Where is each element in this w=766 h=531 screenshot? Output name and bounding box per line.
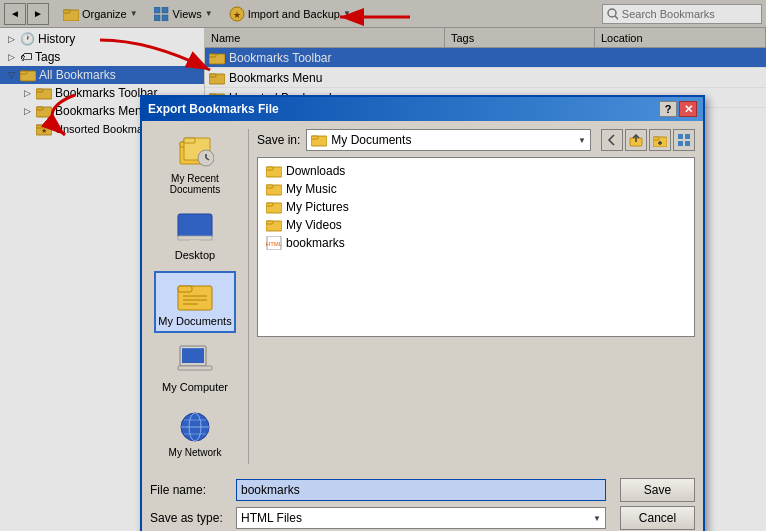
folder-icon: [311, 133, 327, 147]
new-folder-icon: [653, 133, 667, 147]
file-item-downloads[interactable]: Downloads: [262, 162, 690, 180]
svg-rect-55: [311, 136, 318, 139]
help-button[interactable]: ?: [659, 101, 677, 117]
cancel-button[interactable]: Cancel: [620, 506, 695, 530]
folder-downloads-icon: [266, 164, 282, 178]
svg-rect-72: [266, 221, 273, 224]
save-button[interactable]: Save: [620, 478, 695, 502]
shortcuts-separator: [248, 129, 249, 464]
dialog-controls: ? ✕: [659, 101, 697, 117]
folder-music-icon: [266, 182, 282, 196]
save-as-type-dropdown[interactable]: HTML Files ▼: [236, 507, 606, 529]
filename-label: File name:: [150, 483, 230, 497]
svg-rect-70: [266, 203, 273, 206]
back-mini-icon: [605, 133, 619, 147]
svg-rect-47: [178, 366, 212, 370]
desktop-icon: [175, 211, 215, 247]
dialog-title: Export Bookmarks File: [148, 102, 279, 116]
file-item-bookmarks[interactable]: HTML bookmarks: [262, 234, 690, 252]
savetype-row: Save as type: HTML Files ▼ Cancel: [150, 506, 695, 530]
views-mini-icon: [677, 133, 691, 147]
dialog-shortcuts: My RecentDocuments Desktop: [150, 129, 240, 464]
svg-rect-58: [653, 137, 659, 140]
html-file-icon: HTML: [266, 236, 282, 250]
filename-input[interactable]: [236, 479, 606, 501]
savetype-dropdown-arrow: ▼: [593, 514, 601, 523]
file-item-my-music[interactable]: My Music: [262, 180, 690, 198]
my-computer-label: My Computer: [162, 381, 228, 393]
shortcut-recent-docs[interactable]: My RecentDocuments: [154, 129, 236, 201]
save-in-arrow: ▼: [578, 136, 586, 145]
svg-rect-46: [182, 348, 204, 363]
toolbar-mini: [601, 129, 695, 151]
svg-rect-68: [266, 185, 273, 188]
export-dialog: Export Bookmarks File ? ✕: [140, 95, 705, 531]
svg-rect-66: [266, 167, 273, 170]
new-folder-button[interactable]: [649, 129, 671, 151]
file-item-my-videos[interactable]: My Videos: [262, 216, 690, 234]
shortcut-my-documents[interactable]: My Documents: [154, 271, 236, 333]
cancel-button-container: Cancel: [620, 506, 695, 530]
folder-videos-icon: [266, 218, 282, 232]
my-computer-icon: [175, 343, 215, 379]
save-in-row: Save in: My Documents ▼: [257, 129, 695, 151]
svg-rect-39: [190, 240, 200, 244]
shortcut-desktop[interactable]: Desktop: [154, 205, 236, 267]
save-button-container: Save: [620, 478, 695, 502]
svg-rect-62: [685, 134, 690, 139]
my-documents-label: My Documents: [158, 315, 231, 327]
svg-rect-33: [184, 138, 195, 143]
close-button[interactable]: ✕: [679, 101, 697, 117]
dialog-right: Save in: My Documents ▼: [257, 129, 695, 464]
file-list-area[interactable]: Downloads My Music M: [257, 157, 695, 337]
save-in-dropdown[interactable]: My Documents ▼: [306, 129, 591, 151]
filename-row: File name: Save: [150, 478, 695, 502]
shortcut-my-computer[interactable]: My Computer: [154, 337, 236, 399]
my-documents-icon: [175, 277, 215, 313]
up-folder-icon: [629, 133, 643, 147]
svg-rect-37: [178, 214, 212, 238]
recent-docs-icon: [175, 135, 215, 171]
savetype-label: Save as type:: [150, 511, 230, 525]
dialog-footer: File name: Save Save as type: HTML Files…: [142, 472, 703, 531]
shortcut-my-network[interactable]: My Network: [154, 403, 236, 464]
svg-rect-61: [678, 134, 683, 139]
svg-rect-38: [178, 236, 212, 240]
svg-rect-63: [678, 141, 683, 146]
svg-rect-41: [178, 286, 192, 292]
dialog-overlay: Export Bookmarks File ? ✕: [0, 0, 766, 531]
go-back-mini-button[interactable]: [601, 129, 623, 151]
folder-pictures-icon: [266, 200, 282, 214]
up-folder-button[interactable]: [625, 129, 647, 151]
my-network-label: My Network: [169, 447, 222, 458]
my-network-icon: [175, 409, 215, 445]
desktop-label: Desktop: [175, 249, 215, 261]
svg-rect-64: [685, 141, 690, 146]
svg-text:HTML: HTML: [266, 241, 282, 247]
dialog-titlebar: Export Bookmarks File ? ✕: [142, 97, 703, 121]
save-in-label: Save in:: [257, 133, 300, 147]
views-mini-button[interactable]: [673, 129, 695, 151]
file-item-my-pictures[interactable]: My Pictures: [262, 198, 690, 216]
dialog-body: My RecentDocuments Desktop: [142, 121, 703, 472]
recent-docs-label: My RecentDocuments: [170, 173, 221, 195]
